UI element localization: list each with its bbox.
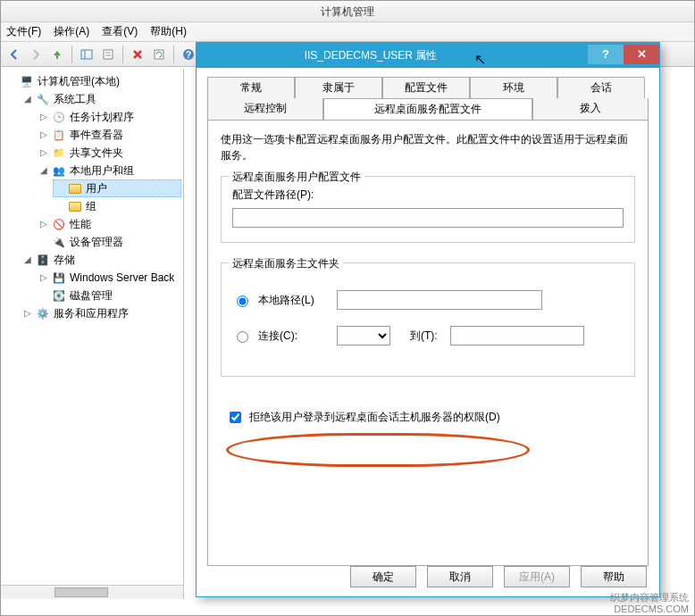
tree-services-apps[interactable]: ▷⚙️服务和应用程序 [21, 304, 181, 322]
highlight-ellipse [226, 433, 530, 467]
intro-text: 使用这一选项卡配置远程桌面服务用户配置文件。此配置文件中的设置适用于远程桌面服务… [221, 131, 635, 163]
properties-dialog: IIS_DEDECMS_USER 属性 ? ✕ 常规 隶属于 配置文件 环境 会… [196, 42, 660, 597]
tree-local-users-groups[interactable]: ◢👥本地用户和组 [37, 162, 181, 179]
tab-rds-profile[interactable]: 远程桌面服务配置文件 [323, 98, 533, 120]
refresh-button[interactable] [149, 45, 169, 64]
deny-login-checkbox[interactable] [230, 412, 241, 423]
deny-login-label: 拒绝该用户登录到远程桌面会话主机服务器的权限(D) [249, 410, 500, 425]
share-icon: 📁 [52, 146, 66, 160]
tree-storage[interactable]: ◢🗄️存储 [21, 251, 181, 269]
dialog-close-button[interactable]: ✕ [624, 45, 659, 64]
tab-dialin[interactable]: 拨入 [532, 98, 649, 120]
apply-button[interactable]: 应用(A) [504, 566, 570, 587]
radio-connect-label: 连接(C): [258, 329, 330, 344]
menu-action[interactable]: 操作(A) [54, 24, 89, 39]
disk-icon: 💽 [52, 288, 66, 303]
tab-sessions[interactable]: 会话 [557, 77, 645, 98]
delete-button[interactable] [128, 45, 147, 64]
tab-general[interactable]: 常规 [207, 77, 295, 98]
tab-panel: 使用这一选项卡配置远程桌面服务用户配置文件。此配置文件中的设置适用于远程桌面服务… [207, 120, 649, 566]
menu-bar: 文件(F) 操作(A) 查看(V) 帮助(H) [1, 22, 694, 42]
clock-icon: 🕒 [52, 110, 66, 124]
help-button-bottom[interactable]: 帮助 [581, 566, 647, 587]
services-icon: ⚙️ [36, 306, 50, 320]
tree-device-manager[interactable]: 🔌设备管理器 [37, 233, 181, 251]
profile-path-input[interactable] [232, 208, 624, 228]
dialog-help-button[interactable]: ? [588, 45, 624, 64]
connect-to-input[interactable] [450, 326, 584, 345]
svg-text:?: ? [186, 50, 191, 60]
group-rds-home: 远程桌面服务主文件夹 本地路径(L) 连接(C): 到(T): [221, 262, 635, 377]
tree-pane: 🖥️计算机管理(本地) ◢🔧系统工具 ▷🕒任务计划程序 ▷📋事件查看器 ▷📁共享… [1, 69, 184, 599]
ok-button[interactable]: 确定 [350, 566, 416, 587]
show-hide-tree-button[interactable] [77, 45, 96, 64]
profile-path-label: 配置文件路径(P): [232, 187, 624, 203]
tab-memberof[interactable]: 隶属于 [295, 77, 382, 98]
radio-local-path-label: 本地路径(L) [258, 293, 330, 308]
users-icon: 👥 [52, 163, 66, 178]
tree-root[interactable]: 🖥️计算机管理(本地) [4, 72, 181, 90]
device-icon: 🔌 [52, 235, 66, 249]
connect-drive-select[interactable] [337, 326, 390, 345]
storage-icon: 🗄️ [36, 253, 50, 267]
group-rds-home-legend: 远程桌面服务主文件夹 [229, 256, 343, 271]
menu-help[interactable]: 帮助(H) [150, 24, 187, 39]
svg-rect-2 [104, 50, 113, 59]
tools-icon: 🔧 [36, 92, 50, 106]
menu-view[interactable]: 查看(V) [102, 24, 138, 39]
tree-system-tools[interactable]: ◢🔧系统工具 [21, 90, 181, 108]
tree-wsb[interactable]: ▷💾Windows Server Back [37, 269, 181, 287]
svg-rect-0 [81, 50, 92, 59]
tree-disk-mgmt[interactable]: 💽磁盘管理 [37, 287, 181, 304]
folder-icon [68, 199, 82, 213]
radio-connect[interactable] [237, 331, 248, 343]
watermark: 织梦内容管理系统 DEDECMS.COM [610, 592, 689, 615]
cancel-button[interactable]: 取消 [427, 566, 493, 587]
tab-remote-control[interactable]: 远程控制 [207, 98, 323, 120]
tree-users[interactable]: 用户 [53, 179, 181, 197]
forward-button[interactable] [26, 45, 46, 64]
tab-environment[interactable]: 环境 [470, 77, 557, 98]
menu-file[interactable]: 文件(F) [6, 24, 41, 39]
computer-icon: 🖥️ [20, 74, 34, 88]
to-label: 到(T): [410, 329, 438, 344]
tree-performance[interactable]: ▷🚫性能 [37, 215, 181, 233]
folder-icon [68, 181, 82, 196]
backup-icon: 💾 [52, 271, 66, 285]
perf-icon: 🚫 [52, 217, 66, 231]
dialog-title: IIS_DEDECMS_USER 属性 [207, 48, 588, 63]
group-rds-profile-legend: 远程桌面服务用户配置文件 [229, 170, 364, 185]
tab-profile[interactable]: 配置文件 [382, 77, 470, 98]
tree-shared-folders[interactable]: ▷📁共享文件夹 [37, 144, 181, 162]
tree-groups[interactable]: 组 [53, 197, 181, 215]
event-icon: 📋 [52, 128, 66, 142]
local-path-input[interactable] [337, 290, 542, 310]
properties-button[interactable] [98, 45, 118, 64]
tree-task-scheduler[interactable]: ▷🕒任务计划程序 [37, 108, 181, 126]
tree-event-viewer[interactable]: ▷📋事件查看器 [37, 126, 181, 144]
horizontal-scrollbar[interactable] [1, 585, 183, 599]
up-button[interactable] [47, 45, 67, 64]
back-button[interactable] [4, 45, 24, 64]
radio-local-path[interactable] [237, 296, 248, 307]
window-title: 计算机管理 [1, 1, 694, 22]
group-rds-profile: 远程桌面服务用户配置文件 配置文件路径(P): [221, 176, 635, 243]
